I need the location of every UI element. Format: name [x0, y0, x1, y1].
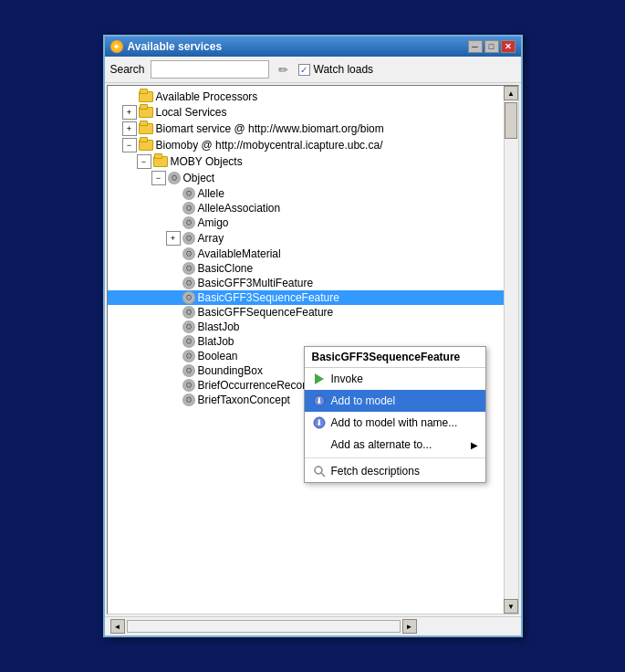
main-content: Available Processors + Local Services + …: [107, 85, 519, 614]
context-item-add-to-model[interactable]: ⬇ Add to model: [305, 390, 485, 412]
tree-label-bounding-box: BoundingBox: [198, 364, 263, 377]
tree-label-object: Object: [183, 172, 215, 184]
scroll-right-button[interactable]: ►: [402, 619, 417, 634]
search-label: Search: [110, 63, 145, 76]
gear-icon-boolean: ⚙: [182, 350, 195, 362]
context-label-add-to-model: Add to model: [331, 394, 396, 407]
window-title: Available services: [128, 40, 223, 53]
folder-icon-biomoby: [139, 140, 153, 151]
gear-icon-basic-gff3-multi: ⚙: [182, 277, 195, 289]
horizontal-scrollbar[interactable]: ◄ ►: [110, 619, 417, 634]
expand-biomart[interactable]: +: [122, 121, 137, 136]
context-label-fetch-descriptions: Fetch descriptions: [331, 465, 420, 478]
gear-icon-allele: ⚙: [182, 187, 195, 200]
tree-label-basic-gff-seq: BasicGFFSequenceFeature: [198, 306, 334, 319]
gear-icon-blast-job: ⚙: [182, 320, 195, 333]
context-label-add-as-alternate: Add as alternate to...: [331, 438, 432, 451]
expand-array[interactable]: +: [166, 231, 181, 246]
tree-label-available-material: AvailableMaterial: [198, 247, 281, 260]
tree-item-biomart[interactable]: + Biomart service @ http://www.biomart.o…: [108, 121, 504, 137]
context-item-add-as-alternate[interactable]: Add as alternate to... ▶: [305, 434, 485, 456]
gear-icon-brief-occurrence: ⚙: [182, 379, 195, 392]
context-item-add-to-model-name[interactable]: ⬇ Add to model with name...: [305, 412, 485, 434]
tree-item-biomoby[interactable]: − Biomoby @ http://mobycentral.icapture.…: [108, 137, 504, 153]
folder-icon-local: [139, 107, 153, 118]
tree-label-moby-objects: MOBY Objects: [171, 155, 243, 168]
tree-item-basic-gff-seq[interactable]: ⚙ BasicGFFSequenceFeature: [108, 305, 504, 320]
tree-label-biomart: Biomart service @ http://www.biomart.org…: [156, 122, 384, 135]
vertical-scrollbar[interactable]: ▲ ▼: [504, 86, 518, 614]
add-model-icon: ⬇: [312, 394, 327, 408]
tree-label-allele: Allele: [198, 187, 224, 200]
tree-item-basic-gff3-multi[interactable]: ⚙ BasicGFF3MultiFeature: [108, 276, 504, 290]
tree-label-array: Array: [198, 232, 224, 245]
gear-icon-bounding-box: ⚙: [182, 364, 195, 377]
tree-item-basic-clone[interactable]: ⚙ BasicClone: [108, 261, 504, 276]
gear-icon-array: ⚙: [182, 232, 195, 245]
tree-item-allele-assoc[interactable]: ⚙ AlleleAssociation: [108, 201, 504, 215]
tree-item-object[interactable]: − ⚙ Object: [108, 170, 504, 186]
svg-point-4: [315, 467, 322, 474]
tree-label-brief-taxon: BriefTaxonConcept: [198, 394, 290, 406]
scroll-down-button[interactable]: ▼: [504, 599, 518, 614]
tree-item-available-material[interactable]: ⚙ AvailableMaterial: [108, 247, 504, 261]
minimize-button[interactable]: ─: [468, 40, 483, 53]
tree-item-amigo[interactable]: ⚙ Amigo: [108, 215, 504, 230]
tree-label-biomoby: Biomoby @ http://mobycentral.icapture.ub…: [156, 139, 383, 152]
tree-item-allele[interactable]: ⚙ Allele: [108, 186, 504, 201]
tree-item-local-services[interactable]: + Local Services: [108, 104, 504, 121]
gear-icon-basic-clone: ⚙: [182, 262, 195, 275]
available-services-window: ✦ Available services ─ □ ✕ Search ✏ ✓ Wa…: [103, 35, 523, 637]
tree-label-local-services: Local Services: [156, 106, 227, 119]
gear-icon-amigo: ⚙: [182, 216, 195, 229]
watch-loads-checkbox[interactable]: ✓: [298, 64, 310, 76]
tree-item-moby-objects[interactable]: − MOBY Objects: [108, 153, 504, 170]
scroll-thumb[interactable]: [505, 102, 517, 139]
tree-item-basic-gff3-seq[interactable]: ⚙ BasicGFF3SequenceFeature: [108, 290, 504, 305]
scroll-left-button[interactable]: ◄: [110, 619, 125, 634]
alternate-icon: [312, 437, 327, 452]
tree-item-array[interactable]: + ⚙ Array: [108, 230, 504, 247]
tree-label-basic-gff3-seq: BasicGFF3SequenceFeature: [198, 291, 339, 304]
toolbar: Search ✏ ✓ Watch loads: [105, 57, 521, 83]
watch-loads-label: Watch loads: [314, 63, 374, 76]
expand-object[interactable]: −: [151, 171, 166, 185]
window-icon: ✦: [110, 40, 123, 53]
context-menu-title: BasicGFF3SequenceFeature: [305, 347, 485, 368]
expand-moby-objects[interactable]: −: [137, 154, 151, 169]
search-input[interactable]: [151, 60, 269, 79]
context-divider: [305, 457, 485, 458]
expand-biomoby[interactable]: −: [122, 138, 137, 152]
maximize-button[interactable]: □: [484, 40, 499, 53]
tree-item-blast-job[interactable]: ⚙ BlastJob: [108, 320, 504, 334]
context-item-invoke[interactable]: Invoke: [305, 368, 485, 390]
bottom-bar: ◄ ►: [105, 616, 521, 635]
fetch-icon: [312, 464, 327, 478]
expand-local-services[interactable]: +: [122, 105, 137, 120]
gear-icon-basic-gff-seq: ⚙: [182, 306, 195, 319]
folder-icon-processors: [139, 91, 153, 102]
svg-text:⬇: ⬇: [316, 418, 323, 427]
watch-loads-container: ✓ Watch loads: [298, 63, 374, 76]
horizontal-scroll-track[interactable]: [127, 620, 401, 633]
tree-label-amigo: Amigo: [198, 216, 229, 229]
scroll-up-button[interactable]: ▲: [504, 86, 518, 100]
tree-label-basic-clone: BasicClone: [198, 262, 254, 275]
close-button[interactable]: ✕: [501, 40, 516, 53]
title-bar: ✦ Available services ─ □ ✕: [105, 37, 521, 57]
gear-icon-object: ⚙: [168, 172, 181, 184]
svg-line-5: [321, 473, 325, 477]
title-bar-left: ✦ Available services: [110, 40, 223, 53]
context-menu: BasicGFF3SequenceFeature Invoke ⬇ Add to…: [304, 346, 486, 483]
folder-icon-moby-objects: [153, 156, 168, 167]
tree-item-label: Available Processors: [156, 90, 258, 103]
tree-label-blast-job: BlastJob: [198, 320, 240, 333]
clear-search-button[interactable]: ✏: [275, 60, 293, 79]
context-item-fetch-descriptions[interactable]: Fetch descriptions: [305, 460, 485, 482]
title-controls: ─ □ ✕: [468, 40, 516, 53]
play-icon: [312, 372, 327, 386]
tree-label-allele-assoc: AlleleAssociation: [198, 202, 281, 215]
gear-icon-allele-assoc: ⚙: [182, 202, 195, 215]
tree-item-available-processors[interactable]: Available Processors: [108, 89, 504, 104]
gear-icon-brief-taxon: ⚙: [182, 394, 195, 406]
